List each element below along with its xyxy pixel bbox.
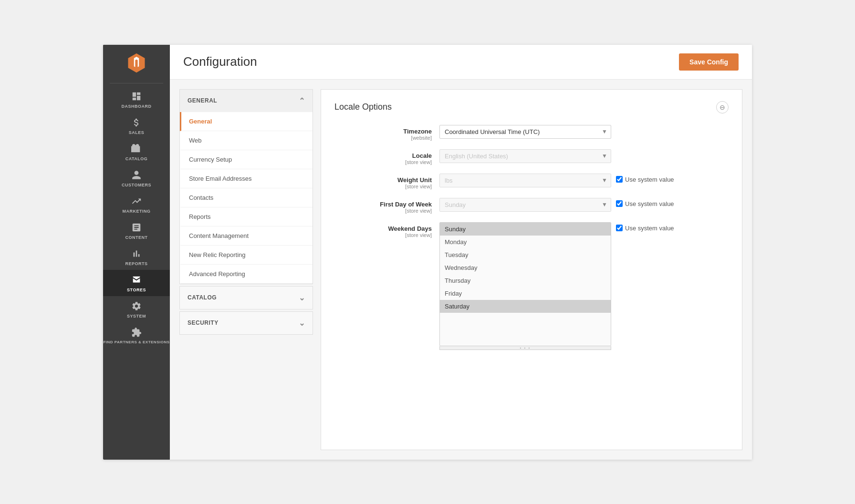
menu-item-web[interactable]: Web (180, 131, 313, 150)
accordion-general: GENERAL ⌃ General Web Currency Setup Sto… (179, 89, 313, 284)
section-title-row: Locale Options ⊖ (334, 101, 729, 113)
page-title: Configuration (183, 54, 257, 69)
weekend-days-use-system[interactable]: Use system value (616, 225, 674, 232)
locale-label: Locale [store view] (334, 149, 439, 165)
weight-unit-select[interactable]: lbs kgs (439, 174, 611, 187)
locale-select[interactable]: English (United States) (439, 149, 611, 163)
accordion-header-security[interactable]: SECURITY ⌄ (180, 312, 313, 334)
locale-select-wrapper: English (United States) ▼ (439, 149, 611, 163)
accordion-header-general[interactable]: GENERAL ⌃ (180, 90, 313, 112)
menu-item-general[interactable]: General (180, 112, 313, 131)
first-day-week-select-wrapper: Sunday Monday Tuesday Wednesday Thursday… (439, 198, 611, 212)
sidebar-item-sales[interactable]: SALES (103, 113, 170, 139)
topbar: Configuration Save Config (170, 45, 752, 80)
sidebar-item-catalog[interactable]: CATALOG (103, 139, 170, 165)
list-option-friday[interactable]: Friday (440, 287, 611, 300)
menu-item-contacts[interactable]: Contacts (180, 188, 313, 207)
accordion-body-general: General Web Currency Setup Store Email A… (180, 112, 313, 284)
main-content: Configuration Save Config GENERAL ⌃ Gene… (170, 45, 752, 460)
weekend-days-control: Sunday Monday Tuesday Wednesday Thursday… (439, 222, 729, 350)
accordion-security: SECURITY ⌄ (179, 311, 313, 335)
weekend-days-use-system-checkbox[interactable] (616, 225, 623, 231)
list-option-tuesday[interactable]: Tuesday (440, 248, 611, 261)
sidebar-divider (110, 83, 163, 83)
timezone-control: Coordinated Universal Time (UTC) America… (439, 125, 729, 139)
section-title: Locale Options (334, 102, 392, 112)
list-option-thursday[interactable]: Thursday (440, 274, 611, 287)
sidebar: DASHBOARD SALES CATALOG CUSTOMERS MARKET… (103, 45, 170, 460)
weekend-days-label: Weekend Days [store view] (334, 222, 439, 238)
weekend-days-multiselect[interactable]: Sunday Monday Tuesday Wednesday Thursday… (439, 222, 611, 346)
chevron-up-icon: ⌃ (299, 96, 305, 105)
weekend-days-row: Weekend Days [store view] Sunday Monday … (334, 222, 729, 350)
resize-dots: • • • (520, 346, 531, 350)
save-config-button[interactable]: Save Config (679, 53, 739, 71)
accordion-header-catalog[interactable]: CATALOG ⌄ (180, 287, 313, 309)
first-day-week-control: Sunday Monday Tuesday Wednesday Thursday… (439, 198, 729, 212)
sidebar-item-customers[interactable]: CUSTOMERS (103, 165, 170, 191)
sidebar-item-system[interactable]: SYSTEM (103, 296, 170, 322)
timezone-label: Timezone [website] (334, 125, 439, 141)
sidebar-item-content[interactable]: CONTENT (103, 217, 170, 244)
weight-unit-select-wrapper: lbs kgs ▼ (439, 174, 611, 187)
timezone-row: Timezone [website] Coordinated Universal… (334, 125, 729, 141)
menu-item-content-management[interactable]: Content Management (180, 226, 313, 246)
first-day-week-use-system[interactable]: Use system value (616, 200, 674, 207)
first-day-week-label: First Day of Week [store view] (334, 198, 439, 214)
weight-unit-use-system[interactable]: Use system value (616, 176, 674, 183)
sidebar-item-marketing[interactable]: MARKETING (103, 191, 170, 217)
logo (103, 45, 170, 82)
weight-unit-row: Weight Unit [store view] lbs kgs ▼ (334, 174, 729, 189)
weight-unit-label: Weight Unit [store view] (334, 174, 439, 189)
list-option-sunday[interactable]: Sunday (440, 223, 611, 236)
list-option-monday[interactable]: Monday (440, 236, 611, 248)
resize-handle[interactable]: • • • (439, 346, 611, 350)
chevron-down-icon: ⌄ (299, 293, 305, 302)
right-panel: Locale Options ⊖ Timezone [website] C (321, 89, 742, 450)
left-panel: GENERAL ⌃ General Web Currency Setup Sto… (179, 89, 313, 450)
menu-item-reports[interactable]: Reports (180, 207, 313, 226)
content-area: GENERAL ⌃ General Web Currency Setup Sto… (170, 80, 752, 460)
weekend-days-listbox-container: Sunday Monday Tuesday Wednesday Thursday… (439, 222, 611, 350)
sidebar-item-stores[interactable]: STORES (103, 270, 170, 296)
timezone-select[interactable]: Coordinated Universal Time (UTC) America… (439, 125, 611, 139)
locale-control: English (United States) ▼ (439, 149, 729, 163)
collapse-section-button[interactable]: ⊖ (716, 101, 729, 113)
timezone-select-wrapper: Coordinated Universal Time (UTC) America… (439, 125, 611, 139)
weight-unit-use-system-checkbox[interactable] (616, 176, 623, 183)
list-option-saturday[interactable]: Saturday (440, 300, 611, 313)
menu-item-advanced-reporting[interactable]: Advanced Reporting (180, 265, 313, 284)
chevron-down-icon-security: ⌄ (299, 319, 305, 328)
list-option-wednesday[interactable]: Wednesday (440, 261, 611, 274)
menu-item-store-email[interactable]: Store Email Addresses (180, 169, 313, 188)
sidebar-item-extensions[interactable]: FIND PARTNERS & EXTENSIONS (103, 322, 170, 348)
sidebar-item-reports[interactable]: REPORTS (103, 244, 170, 270)
locale-row: Locale [store view] English (United Stat… (334, 149, 729, 165)
accordion-catalog: CATALOG ⌄ (179, 286, 313, 309)
sidebar-item-dashboard[interactable]: DASHBOARD (103, 86, 170, 113)
menu-item-currency-setup[interactable]: Currency Setup (180, 150, 313, 169)
first-day-week-use-system-checkbox[interactable] (616, 200, 623, 207)
first-day-week-row: First Day of Week [store view] Sunday Mo… (334, 198, 729, 214)
menu-item-new-relic[interactable]: New Relic Reporting (180, 246, 313, 265)
weight-unit-control: lbs kgs ▼ Use system value (439, 174, 729, 187)
first-day-week-select[interactable]: Sunday Monday Tuesday Wednesday Thursday… (439, 198, 611, 212)
